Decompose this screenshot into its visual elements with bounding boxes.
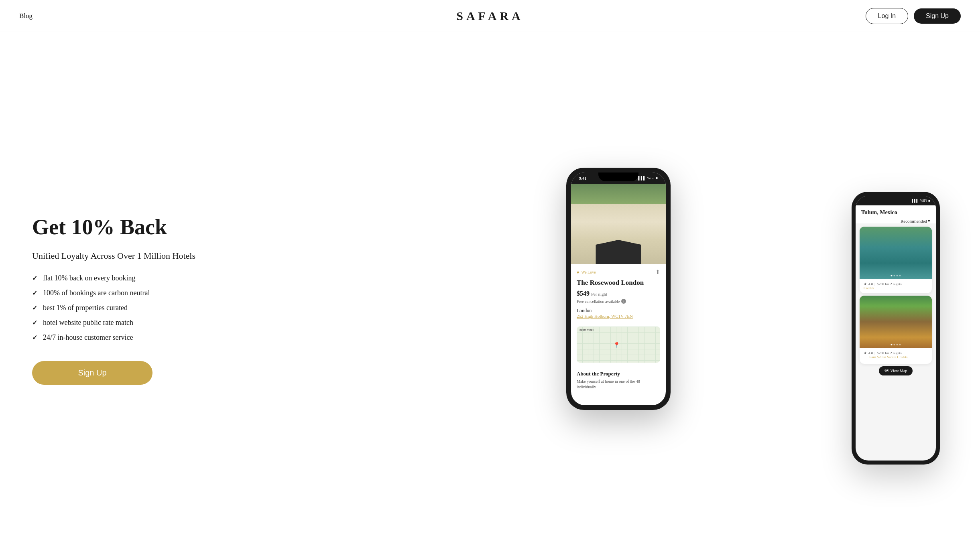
status-bar: 9:41 ▌▌▌ WiFi ■ <box>571 172 666 184</box>
location-city: London <box>577 308 660 314</box>
price-per: Per night <box>591 292 607 296</box>
status-time: 9:41 <box>579 176 586 181</box>
hotel-card-1-image <box>860 227 932 279</box>
share-icon[interactable]: ⬆ <box>655 269 660 276</box>
hotel-card-1-credits: Credits <box>864 286 928 290</box>
sec-signal-icon: ▌▌▌ <box>912 199 919 203</box>
hotel-card-2-rating: ★ 4.8 | $750 for 2 nights <box>864 351 928 355</box>
map-container: Apple Maps 📍 <box>577 327 660 363</box>
phone-screen-secondary: ▌▌▌ WiFi ■ Tulum, Mexico Recommended ▾ <box>856 196 936 461</box>
dot <box>894 344 895 345</box>
status-icons: ▌▌▌ WiFi ■ <box>638 176 658 180</box>
navbar: Blog SAFARA Log In Sign Up <box>0 0 980 32</box>
hero-headline: Get 10% Back <box>32 215 273 239</box>
hotel-image <box>571 184 666 264</box>
we-love-badge: ♥ We Love ⬆ <box>577 269 660 276</box>
hotel-card: ♥ We Love ⬆ The Rosewood London $549 Per… <box>571 264 666 327</box>
sec-wifi-icon: WiFi <box>920 199 927 203</box>
dot <box>897 344 898 345</box>
hero-subheadline: Unified Loyalty Across Over 1 Million Ho… <box>32 251 273 261</box>
about-section: About the Property Make yourself at home… <box>571 367 666 390</box>
sec-filter[interactable]: Recommended ▾ <box>861 218 930 223</box>
heart-icon: ♥ <box>577 270 579 275</box>
hotel-card-2[interactable]: ★ 4.8 | $750 for 2 nights Earn $70 in Sa… <box>860 296 932 364</box>
dot <box>897 275 898 276</box>
chevron-down-icon: ▾ <box>928 218 930 223</box>
notch <box>598 172 638 181</box>
about-text: Make yourself at home in one of the 48 i… <box>577 379 660 390</box>
info-icon: i <box>621 299 626 304</box>
feature-item: 24/7 in-house customer service <box>32 333 273 342</box>
signup-hero-button[interactable]: Sign Up <box>32 361 152 385</box>
phone-primary: 9:41 ▌▌▌ WiFi ■ <box>566 168 671 410</box>
star-icon: ★ <box>864 282 867 286</box>
hotel-name: The Rosewood London <box>577 279 660 287</box>
hotel-facade <box>571 184 666 264</box>
features-list: flat 10% back on every booking 100% of b… <box>32 274 273 342</box>
feature-item: 100% of bookings are carbon neutral <box>32 289 273 297</box>
map-icon: 🗺 <box>884 369 889 373</box>
hotel-card-2-info: ★ 4.8 | $750 for 2 nights Earn $70 in Sa… <box>860 348 932 364</box>
feature-item: best 1% of properties curated <box>32 304 273 312</box>
phone-secondary: ▌▌▌ WiFi ■ Tulum, Mexico Recommended ▾ <box>852 192 940 465</box>
phone-screen-primary: 9:41 ▌▌▌ WiFi ■ <box>571 172 666 405</box>
facade-details <box>571 184 666 264</box>
signal-icon: ▌▌▌ <box>638 176 646 180</box>
site-logo[interactable]: SAFARA <box>456 9 523 23</box>
location-address[interactable]: 252 High Holborn, WC1V 7EN <box>577 314 660 319</box>
blog-link[interactable]: Blog <box>19 12 33 20</box>
hotel-card-2-image <box>860 296 932 348</box>
hotel-price: $549 Per night <box>577 290 660 297</box>
hotel-card-1-info: ★ 4.8 | $750 for 2 nights Credits <box>860 279 932 293</box>
dot <box>894 275 895 276</box>
hotel-location: London 252 High Holborn, WC1V 7EN <box>577 308 660 319</box>
dot <box>899 275 901 276</box>
hotel-card-1[interactable]: ★ 4.8 | $750 for 2 nights Credits <box>860 227 932 293</box>
hero-content: Get 10% Back Unified Loyalty Across Over… <box>32 215 273 384</box>
hero-section: Get 10% Back Unified Loyalty Across Over… <box>0 32 980 560</box>
facade-building <box>571 204 666 264</box>
dot <box>891 275 893 276</box>
star-icon-2: ★ <box>864 351 867 355</box>
dot <box>899 344 901 345</box>
view-map-button[interactable]: 🗺 View Map <box>879 366 913 375</box>
sec-status-bar: ▌▌▌ WiFi ■ <box>856 196 936 205</box>
phone-mockups: 9:41 ▌▌▌ WiFi ■ <box>289 160 948 440</box>
facade-gate <box>590 240 647 264</box>
feature-item: hotel website public rate match <box>32 319 273 327</box>
about-title: About the Property <box>577 371 660 377</box>
map-label: Apple Maps <box>579 328 594 331</box>
feature-item: flat 10% back on every booking <box>32 274 273 282</box>
image-dots-2 <box>891 344 901 345</box>
map-pin: 📍 <box>613 342 620 349</box>
signup-nav-button[interactable]: Sign Up <box>914 8 961 24</box>
sec-location: Tulum, Mexico <box>861 209 930 216</box>
wifi-icon: WiFi <box>647 176 654 180</box>
image-dots <box>891 275 901 276</box>
sec-battery-icon: ■ <box>928 199 930 203</box>
sec-header: Tulum, Mexico Recommended ▾ <box>856 205 936 223</box>
price-amount: $549 <box>577 290 590 297</box>
hotel-card-1-rating: ★ 4.8 | $750 for 2 nights <box>864 282 928 286</box>
pool-image <box>860 227 932 279</box>
facade-sky <box>571 184 666 204</box>
earn-credits: Earn $70 in Safara Credits <box>864 355 928 361</box>
dot <box>891 344 893 345</box>
cancellation-info: Free cancellation available i <box>577 299 660 304</box>
statue-image <box>860 296 932 348</box>
battery-icon: ■ <box>656 176 658 180</box>
login-button[interactable]: Log In <box>866 8 908 24</box>
